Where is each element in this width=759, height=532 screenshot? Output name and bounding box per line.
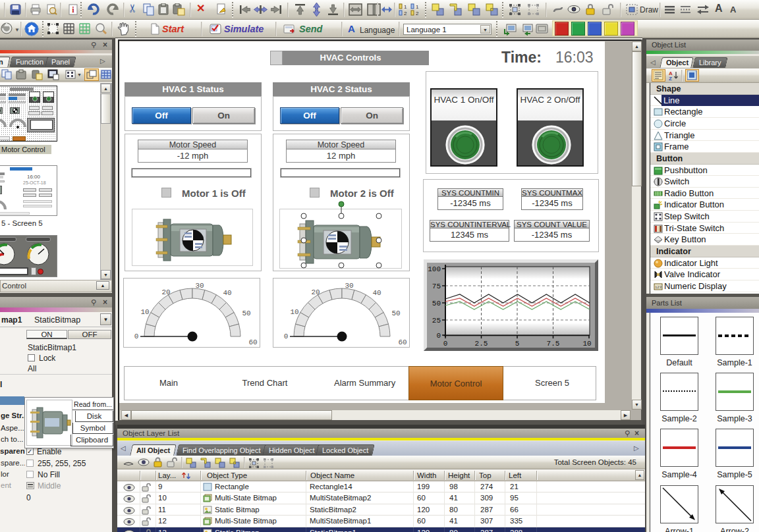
svg-text:100: 100 — [428, 265, 441, 273]
svg-text:30: 30 — [345, 282, 353, 290]
svg-text:2.5: 2.5 — [475, 340, 488, 348]
svg-text:7.5: 7.5 — [547, 340, 560, 348]
svg-text:50: 50 — [391, 309, 400, 317]
svg-text:0: 0 — [443, 340, 448, 348]
svg-text:20: 20 — [161, 288, 170, 296]
svg-text:50: 50 — [242, 309, 250, 317]
svg-text:60: 60 — [398, 338, 407, 346]
svg-text:0: 0 — [436, 332, 441, 340]
svg-text:20: 20 — [311, 288, 320, 296]
svg-text:10: 10 — [582, 340, 591, 348]
svg-text:5: 5 — [515, 340, 520, 348]
svg-text:0: 0 — [134, 332, 139, 340]
svg-text:40: 40 — [223, 289, 231, 297]
svg-text:123: 123 — [655, 285, 662, 289]
svg-text:40: 40 — [372, 289, 381, 297]
svg-text:75: 75 — [432, 282, 441, 290]
svg-text:2: 2 — [416, 11, 419, 16]
svg-text:50: 50 — [432, 300, 441, 307]
svg-text:1: 1 — [404, 4, 407, 10]
svg-text:Z: Z — [669, 76, 672, 81]
svg-text:60: 60 — [248, 338, 257, 346]
svg-text:2: 2 — [404, 11, 407, 16]
svg-text:30: 30 — [195, 282, 204, 290]
svg-text:10: 10 — [290, 308, 298, 316]
svg-text:10: 10 — [140, 308, 149, 316]
svg-text:25: 25 — [432, 317, 441, 325]
svg-text:1: 1 — [416, 4, 419, 10]
svg-text:0: 0 — [284, 332, 289, 340]
